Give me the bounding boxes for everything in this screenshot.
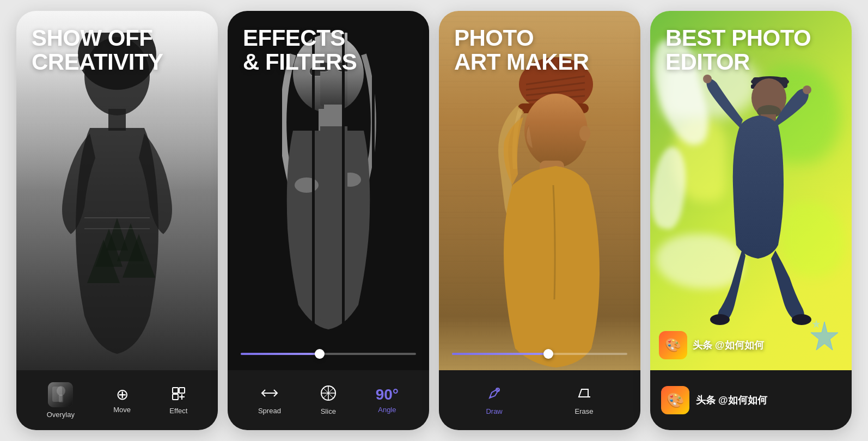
card4-image-area: BEST PHOTO EDITOR 🎨 头条 @如何如何: [650, 11, 852, 370]
card2-slider-track: [241, 353, 416, 355]
svg-rect-40: [279, 33, 282, 338]
badge-emoji: 🎨: [665, 338, 681, 353]
card3-slider-track: [452, 353, 627, 355]
slice-icon: [320, 385, 337, 404]
card1-silhouette: [41, 33, 193, 370]
card2-title: EFFECTS & FILTERS: [243, 26, 357, 74]
badge-prefix: 头条: [693, 340, 715, 351]
overlay-thumbnail: [48, 382, 73, 407]
card2-slider-thumb[interactable]: [315, 349, 325, 359]
card1-title: SHOW OFF CREATIVITY: [32, 26, 163, 74]
tool-erase[interactable]: Erase: [575, 385, 594, 415]
overlay-label: Overylay: [47, 411, 75, 419]
card2-image-area: EFFECTS & FILTERS: [228, 11, 429, 370]
move-icon: ⊕: [116, 387, 129, 402]
svg-rect-13: [179, 388, 185, 393]
angle-value: 90°: [376, 387, 399, 402]
draw-icon: [486, 385, 503, 404]
svg-rect-43: [372, 33, 375, 338]
svg-point-29: [295, 177, 319, 193]
spread-label: Spread: [258, 407, 281, 415]
tool-overlay[interactable]: Overylay: [47, 382, 75, 419]
tool-spread[interactable]: Spread: [258, 385, 281, 415]
effect-label: Effect: [169, 407, 187, 415]
svg-rect-12: [173, 388, 178, 393]
svg-point-69: [710, 314, 730, 325]
card4: BEST PHOTO EDITOR 🎨 头条 @如何如何 🎨 头条 @如何如何: [650, 11, 852, 430]
card3-woman-svg: [461, 54, 635, 370]
svg-point-57: [579, 126, 590, 141]
card4-deco-icons: [808, 319, 841, 354]
card3: PHOTO ART MAKER Draw Erase: [439, 11, 640, 430]
svg-point-10: [57, 386, 65, 396]
svg-point-68: [803, 85, 811, 94]
svg-point-56: [524, 94, 588, 168]
badge-handle: @如何如何: [715, 340, 764, 351]
card4-badge-icon: 🎨: [659, 331, 687, 359]
move-label: Move: [113, 406, 131, 414]
svg-point-67: [703, 75, 712, 83]
card4-title: BEST PHOTO EDITOR: [665, 26, 811, 74]
svg-rect-42: [342, 33, 345, 338]
card4-toolbar-text: 头条 @如何如何: [696, 394, 767, 407]
spread-icon: [261, 385, 278, 403]
svg-rect-14: [173, 394, 178, 400]
svg-rect-11: [59, 395, 63, 402]
card3-title: PHOTO ART MAKER: [454, 26, 589, 74]
card3-toolbar: Draw Erase: [439, 370, 640, 430]
card4-man-svg: [688, 54, 830, 327]
tool-draw[interactable]: Draw: [486, 385, 502, 415]
card3-slider-fill: [452, 353, 548, 355]
card4-toolbar-icon: 🎨: [661, 386, 689, 414]
card4-badge-text: 头条 @如何如何: [693, 339, 764, 352]
card1: SHOW OFF CREATIVITY Overylay ⊕ Move: [16, 11, 218, 430]
card2-toolbar: Spread Slice 90° Angle: [228, 370, 429, 430]
svg-rect-17: [247, 33, 279, 338]
card4-badge-area: 🎨 头条 @如何如何: [659, 331, 764, 359]
card3-image-area: PHOTO ART MAKER: [439, 11, 640, 370]
svg-rect-2: [108, 109, 126, 131]
card1-image-area: SHOW OFF CREATIVITY: [16, 11, 218, 370]
svg-rect-21: [375, 33, 410, 338]
card2-woman-svg: [247, 33, 410, 338]
angle-label: Angle: [378, 406, 396, 414]
slice-label: Slice: [321, 407, 336, 415]
tool-move[interactable]: ⊕ Move: [113, 387, 131, 414]
card1-toolbar: Overylay ⊕ Move Effect: [16, 370, 218, 430]
erase-icon: [576, 385, 592, 404]
card2: EFFECTS & FILTERS Spread: [228, 11, 429, 430]
card2-slider-fill: [241, 353, 320, 355]
svg-rect-37: [324, 105, 344, 129]
svg-rect-41: [312, 33, 315, 338]
card3-slider-thumb[interactable]: [543, 349, 553, 359]
erase-label: Erase: [575, 407, 594, 415]
card2-slider[interactable]: [241, 353, 416, 355]
card3-slider[interactable]: [452, 353, 627, 355]
tool-angle[interactable]: 90° Angle: [376, 387, 399, 414]
tool-effect[interactable]: Effect: [169, 386, 187, 415]
effect-icon: [171, 386, 186, 403]
draw-label: Draw: [486, 407, 502, 415]
card4-toolbar-content: 🎨 头条 @如何如何: [661, 386, 767, 414]
tool-slice[interactable]: Slice: [320, 385, 337, 415]
card4-toolbar: 🎨 头条 @如何如何: [650, 370, 852, 430]
